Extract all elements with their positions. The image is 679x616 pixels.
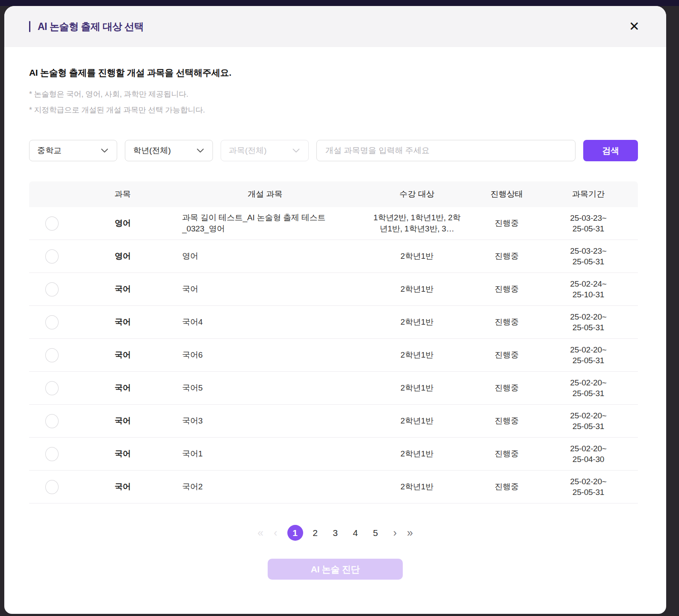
cell-subject: 국어 xyxy=(74,284,171,295)
cell-status: 진행중 xyxy=(475,415,539,426)
pagination-page-1[interactable]: 1 xyxy=(287,525,303,541)
cell-period: 25-03-23~ 25-05-31 xyxy=(539,246,638,267)
row-select-radio[interactable] xyxy=(45,315,59,329)
cell-target-classes: 2학년1반 xyxy=(359,349,475,361)
modal-footer: AI 논술 진단 xyxy=(29,559,641,580)
page-top-strip xyxy=(0,0,679,6)
pagination-page-2[interactable]: 2 xyxy=(307,525,323,541)
cell-target-classes: 2학년1반 xyxy=(359,481,475,492)
filter-bar: 중학교 학년(전체) 과목(전체) 검색 xyxy=(29,140,638,161)
cell-course-name: 과목 길이 테스트_AI 논술형 출제 테스트_0323_영어 xyxy=(171,212,359,234)
pagination-first-icon[interactable]: « xyxy=(255,527,266,539)
ai-essay-target-modal: AI 논술형 출제 대상 선택 ✕ AI 논술형 출제를 진행할 개설 과목을 … xyxy=(4,6,666,614)
course-table: 과목 개설 과목 수강 대상 진행상태 과목기간 영어 과목 길이 테스트_AI… xyxy=(29,181,638,503)
chevron-down-icon xyxy=(292,148,300,153)
cell-period: 25-02-24~ 25-10-31 xyxy=(539,278,638,300)
row-select-radio[interactable] xyxy=(45,282,59,296)
row-select-radio[interactable] xyxy=(45,381,59,395)
pagination-page-5[interactable]: 5 xyxy=(368,525,384,541)
cell-status: 진행중 xyxy=(475,251,539,262)
period-end: 25-05-31 xyxy=(539,388,638,399)
period-end: 25-05-31 xyxy=(539,322,638,333)
period-end: 25-05-31 xyxy=(539,355,638,366)
cell-period: 25-02-20~ 25-05-31 xyxy=(539,311,638,333)
cell-period: 25-02-20~ 25-04-30 xyxy=(539,443,638,465)
table-row: 국어 국어2 2학년1반 진행중 25-02-20~ 25-05-31 xyxy=(29,471,638,503)
modal-header: AI 논술형 출제 대상 선택 ✕ xyxy=(4,6,666,47)
grade-value: 학년(전체) xyxy=(133,145,171,156)
row-select-radio[interactable] xyxy=(45,348,59,362)
note-class-restriction: * 지정학급으로 개설된 개설 과목만 선택 가능합니다. xyxy=(29,102,641,118)
period-start: 25-02-20~ xyxy=(539,344,638,355)
chevron-down-icon xyxy=(197,148,204,153)
pagination-page-4[interactable]: 4 xyxy=(348,525,363,541)
header-course-name: 개설 과목 xyxy=(171,189,359,200)
table-row: 국어 국어5 2학년1반 진행중 25-02-20~ 25-05-31 xyxy=(29,372,638,405)
table-row: 국어 국어1 2학년1반 진행중 25-02-20~ 25-04-30 xyxy=(29,438,638,471)
table-header-row: 과목 개설 과목 수강 대상 진행상태 과목기간 xyxy=(29,181,638,207)
cell-course-name: 국어 xyxy=(171,284,359,295)
instruction-notes: * 논술형은 국어, 영어, 사회, 과학만 제공됩니다. * 지정학급으로 개… xyxy=(29,86,641,118)
close-icon[interactable]: ✕ xyxy=(629,20,640,33)
school-level-dropdown[interactable]: 중학교 xyxy=(29,140,117,161)
cell-status: 진행중 xyxy=(475,349,539,361)
cell-target-classes: 2학년1반 xyxy=(359,317,475,328)
pagination-last-icon[interactable]: » xyxy=(404,527,416,539)
period-end: 25-05-31 xyxy=(539,487,638,498)
period-start: 25-02-20~ xyxy=(539,443,638,454)
course-name-search-input[interactable] xyxy=(316,140,576,161)
search-button[interactable]: 검색 xyxy=(583,140,638,161)
cell-status: 진행중 xyxy=(475,317,539,328)
pagination-pages: 12345 xyxy=(285,525,386,541)
table-row: 국어 국어3 2학년1반 진행중 25-02-20~ 25-05-31 xyxy=(29,405,638,438)
ai-essay-diagnose-button[interactable]: AI 논술 진단 xyxy=(268,559,403,580)
cell-subject: 영어 xyxy=(74,218,171,229)
cell-subject: 국어 xyxy=(74,349,171,361)
row-select-radio[interactable] xyxy=(45,414,59,428)
cell-period: 25-02-20~ 25-05-31 xyxy=(539,476,638,498)
cell-course-name: 국어4 xyxy=(171,317,359,328)
grade-dropdown[interactable]: 학년(전체) xyxy=(125,140,213,161)
cell-subject: 국어 xyxy=(74,481,171,492)
row-select-radio[interactable] xyxy=(45,249,59,264)
period-start: 25-02-20~ xyxy=(539,311,638,322)
cell-status: 진행중 xyxy=(475,382,539,394)
row-select-radio[interactable] xyxy=(45,447,59,461)
period-start: 25-03-23~ xyxy=(539,246,638,256)
table-body: 영어 과목 길이 테스트_AI 논술형 출제 테스트_0323_영어 1학년2반… xyxy=(29,207,638,503)
pagination-page-3[interactable]: 3 xyxy=(328,525,343,541)
cell-period: 25-02-20~ 25-05-31 xyxy=(539,377,638,399)
cell-target-classes: 2학년1반 xyxy=(359,251,475,262)
cell-course-name: 국어5 xyxy=(171,382,359,394)
pagination: « ‹ 12345 › » xyxy=(29,525,641,541)
header-subject: 과목 xyxy=(74,189,171,200)
chevron-down-icon xyxy=(101,148,108,153)
cell-course-name: 국어6 xyxy=(171,349,359,361)
table-row: 국어 국어6 2학년1반 진행중 25-02-20~ 25-05-31 xyxy=(29,339,638,372)
row-select-radio[interactable] xyxy=(45,216,59,231)
cell-subject: 국어 xyxy=(74,448,171,459)
cell-status: 진행중 xyxy=(475,218,539,229)
cell-course-name: 국어3 xyxy=(171,415,359,426)
pagination-prev-icon[interactable]: ‹ xyxy=(271,527,280,539)
cell-course-name: 영어 xyxy=(171,251,359,262)
cell-period: 25-03-23~ 25-05-31 xyxy=(539,213,638,234)
table-row: 영어 영어 2학년1반 진행중 25-03-23~ 25-05-31 xyxy=(29,240,638,273)
table-row: 국어 국어 2학년1반 진행중 25-02-24~ 25-10-31 xyxy=(29,273,638,306)
cell-status: 진행중 xyxy=(475,448,539,459)
subject-value: 과목(전체) xyxy=(229,145,267,156)
cell-status: 진행중 xyxy=(475,481,539,492)
header-status: 진행상태 xyxy=(475,189,539,200)
period-start: 25-02-20~ xyxy=(539,377,638,388)
pagination-next-icon[interactable]: › xyxy=(391,527,399,539)
modal-body: AI 논술형 출제를 진행할 개설 과목을 선택해주세요. * 논술형은 국어,… xyxy=(4,47,666,580)
cell-course-name: 국어2 xyxy=(171,481,359,492)
modal-title: AI 논술형 출제 대상 선택 xyxy=(38,20,144,33)
cell-period: 25-02-20~ 25-05-31 xyxy=(539,344,638,366)
table-row: 국어 국어4 2학년1반 진행중 25-02-20~ 25-05-31 xyxy=(29,306,638,339)
row-select-radio[interactable] xyxy=(45,480,59,494)
instruction-heading: AI 논술형 출제를 진행할 개설 과목을 선택해주세요. xyxy=(29,67,641,79)
header-period: 과목기간 xyxy=(539,189,638,200)
cell-subject: 국어 xyxy=(74,382,171,394)
cell-target-classes: 2학년1반 xyxy=(359,415,475,426)
